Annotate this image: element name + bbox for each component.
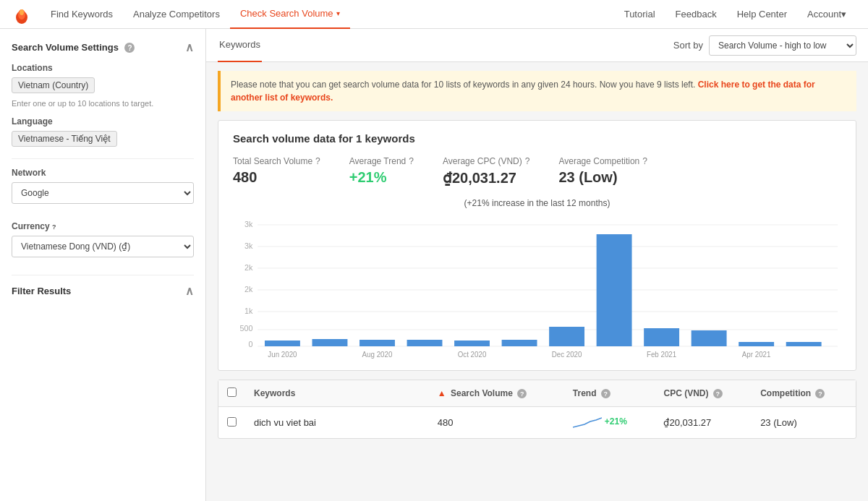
chevron-down-icon: ▾ [841, 9, 846, 20]
th-keywords: Keywords [245, 380, 429, 407]
average-cpc-info[interactable]: ? [525, 156, 530, 166]
nav-find-keywords[interactable]: Find Keywords [41, 0, 123, 29]
svg-text:0: 0 [248, 340, 252, 348]
chevron-down-icon: ▾ [336, 9, 340, 17]
locations-label: Locations [12, 63, 194, 73]
sort-by-label: Sort by [673, 40, 703, 51]
average-cpc-value: ₫20,031.27 [443, 169, 530, 187]
average-trend-value: +21% [349, 169, 414, 186]
network-select[interactable]: Google [12, 182, 194, 204]
network-label: Network [12, 168, 194, 178]
svg-rect-20 [407, 340, 443, 346]
row-checkbox-cell [218, 407, 245, 439]
divider2 [12, 275, 194, 275]
svg-text:2k: 2k [244, 285, 253, 294]
notice-text: Please note that you can get search volu… [231, 80, 695, 90]
svg-text:Apr 2021: Apr 2021 [742, 351, 771, 359]
keywords-table: Keywords ▲ Search Volume ? Trend ? CPC [218, 380, 856, 438]
average-competition-value: 23 (Low) [558, 169, 647, 186]
row-checkbox[interactable] [227, 417, 237, 427]
cpc-info-icon[interactable]: ? [713, 389, 723, 398]
th-checkbox [218, 380, 245, 407]
stats-title: Search volume data for 1 keywords [233, 132, 841, 145]
svg-rect-27 [739, 342, 774, 346]
sidebar: Search Volume Settings ? ∧ Locations Vie… [0, 29, 206, 501]
nav-right: Tutorial Feedback Help Center Account ▾ [614, 0, 856, 29]
metric-average-competition: Average Competition ? 23 (Low) [558, 156, 647, 187]
nav-analyze-competitors[interactable]: Analyze Competitors [123, 0, 230, 29]
collapse-icon[interactable]: ∧ [185, 40, 194, 54]
th-cpc: CPC (VND) ? [655, 380, 752, 407]
nav-help-center[interactable]: Help Center [727, 0, 797, 29]
svg-point-2 [20, 9, 24, 15]
language-tag[interactable]: Vietnamese - Tiếng Việt [12, 131, 117, 147]
nav-feedback[interactable]: Feedback [665, 0, 727, 29]
filter-results-title: Filter Results ∧ [12, 284, 194, 298]
sort-by-area: Sort by Search Volume - high to low [673, 35, 856, 56]
divider [12, 158, 194, 159]
stats-metrics: Total Search Volume ? 480 Average Trend … [233, 156, 841, 187]
svg-text:Aug 2020: Aug 2020 [362, 351, 393, 359]
main-content: Keywords Sort by Search Volume - high to… [206, 29, 868, 501]
row-cpc: ₫20,031.27 [655, 407, 752, 439]
svg-rect-19 [359, 340, 395, 346]
currency-label: Currency ? [12, 221, 194, 231]
nav-account[interactable]: Account ▾ [797, 0, 856, 29]
svg-rect-17 [265, 341, 300, 346]
content-header: Keywords Sort by Search Volume - high to… [206, 29, 868, 62]
average-trend-info[interactable]: ? [409, 156, 414, 166]
trend-value: +21% [605, 416, 627, 427]
metric-average-cpc: Average CPC (VND) ? ₫20,031.27 [443, 156, 530, 187]
total-search-volume-value: 480 [233, 169, 320, 186]
svg-text:Oct 2020: Oct 2020 [458, 351, 487, 359]
row-search-volume: 480 [429, 407, 564, 439]
th-search-volume: ▲ Search Volume ? [429, 380, 564, 407]
svg-text:2k: 2k [244, 263, 253, 272]
table-card: Keywords ▲ Search Volume ? Trend ? CPC [218, 380, 856, 439]
svg-rect-28 [786, 342, 822, 346]
stats-card: Search volume data for 1 keywords Total … [218, 120, 856, 371]
svg-text:1k: 1k [244, 307, 253, 315]
average-competition-info[interactable]: ? [642, 156, 647, 166]
svg-rect-23 [549, 327, 584, 346]
total-search-volume-info[interactable]: ? [315, 156, 320, 166]
svg-text:Feb 2021: Feb 2021 [647, 351, 677, 359]
currency-select[interactable]: Vietnamese Dong (VND) (₫) [12, 236, 194, 257]
location-hint: Enter one or up to 10 locations to targe… [12, 99, 194, 108]
trend-sparkline [573, 414, 602, 429]
table-row: dich vu viet bai 480 +21% ₫20,031.27 23 [218, 407, 856, 439]
svg-text:Dec 2020: Dec 2020 [552, 351, 582, 359]
nav-tutorial[interactable]: Tutorial [614, 0, 665, 29]
bar-chart-svg: 3k 3k 2k 2k 1k 500 0 [233, 214, 841, 359]
sidebar-settings-title: Search Volume Settings ? ∧ [12, 40, 194, 54]
svg-rect-18 [312, 339, 348, 346]
filter-collapse-icon[interactable]: ∧ [185, 284, 194, 298]
trend-info-icon[interactable]: ? [601, 389, 610, 398]
select-all-checkbox[interactable] [227, 387, 237, 397]
competition-info-icon[interactable]: ? [815, 389, 825, 398]
svg-rect-25 [644, 328, 679, 346]
svg-text:3k: 3k [244, 220, 253, 228]
svg-rect-21 [454, 341, 490, 346]
svg-rect-22 [502, 340, 537, 346]
chart-title: (+21% increase in the last 12 months) [233, 198, 841, 208]
settings-info-icon[interactable]: ? [124, 43, 135, 53]
svg-text:500: 500 [239, 324, 252, 333]
navbar: Find Keywords Analyze Competitors Check … [0, 0, 868, 29]
main-layout: Search Volume Settings ? ∧ Locations Vie… [0, 29, 868, 501]
nav-check-search-volume[interactable]: Check Search Volume ▾ [230, 0, 350, 29]
search-volume-info-icon[interactable]: ? [517, 389, 527, 398]
trend-mini: +21% [573, 414, 627, 429]
row-keyword: dich vu viet bai [245, 407, 429, 439]
th-trend: Trend ? [564, 380, 655, 407]
sort-select[interactable]: Search Volume - high to low [709, 35, 856, 56]
currency-info-icon[interactable]: ? [52, 223, 56, 231]
notice-bar: Please note that you can get search volu… [218, 71, 856, 111]
location-tag[interactable]: Vietnam (Country) [12, 77, 95, 93]
logo[interactable] [12, 4, 32, 25]
keywords-tab[interactable]: Keywords [218, 29, 262, 62]
table-header-row: Keywords ▲ Search Volume ? Trend ? CPC [218, 380, 856, 407]
sort-arrow-icon: ▲ [438, 388, 446, 398]
svg-text:Jun 2020: Jun 2020 [268, 351, 297, 359]
row-competition: 23 (Low) [752, 407, 856, 439]
